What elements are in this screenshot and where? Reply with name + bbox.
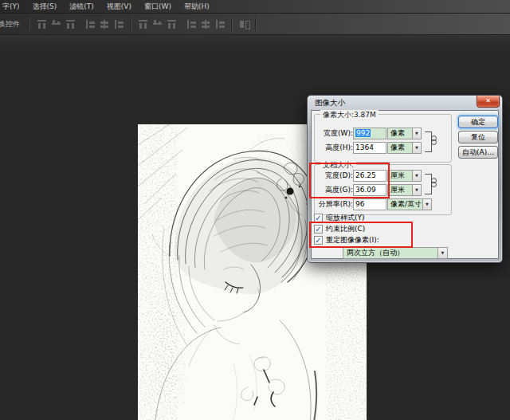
link-icon [431,135,437,146]
chevron-down-icon[interactable]: ▼ [437,247,448,259]
distribute-hcenter-icon[interactable] [200,19,212,29]
ok-button[interactable]: 确定 [458,116,498,128]
distribute-bottom-icon[interactable] [166,19,178,29]
toolbar-divider [255,18,257,31]
dialog-title: 图像大小 [315,98,345,108]
distribute-left-icon[interactable] [186,19,198,29]
menu-select[interactable]: 选择(S) [26,0,64,13]
pixel-height-label: 高度(H): [316,142,353,154]
constrain-proportions-label: 约束比例(C) [326,224,365,234]
pixel-height-input[interactable]: 1364 [353,142,386,154]
link-icon [431,178,437,188]
selected-text: 992 [355,129,371,137]
distribute-vcenter-icon[interactable] [151,19,163,29]
menu-type[interactable]: 字(Y) [0,0,26,13]
resample-method-value: 两次立方（自动） [343,247,438,259]
checkbox-check-icon: ✓ [314,236,323,245]
toolbar-divider [231,18,233,31]
menu-filter[interactable]: 滤镜(T) [63,0,100,13]
constrain-proportions-checkbox[interactable]: ✓ 约束比例(C) [314,224,365,234]
chevron-down-icon[interactable]: ▼ [412,128,422,139]
pixel-width-input[interactable]: 992 [353,128,386,139]
close-icon[interactable]: ✕ [477,96,500,108]
scale-styles-checkbox[interactable]: ✓ 缩放样式(Y) [314,213,365,222]
resolution-input[interactable]: 96 [353,198,386,210]
resolution-row: 分辨率(R): 96 像素/英寸 ▼ [312,198,455,210]
scale-styles-label: 缩放样式(Y) [326,213,365,223]
image-size-dialog: 图像大小 ✕ 像素大小:3.87M 宽度(W): 992 像素 ▼ 高度(H):… [307,95,503,263]
show-transform-controls-label: 变换控件 [0,19,25,29]
align-top-icon[interactable] [36,19,48,29]
chevron-down-icon[interactable]: ▼ [422,198,432,210]
menu-window[interactable]: 窗口(W) [138,0,178,13]
resample-image-checkbox[interactable]: ✓ 重定图像像素(I): [314,235,379,245]
chevron-down-icon[interactable]: ▼ [412,170,422,182]
doc-width-input[interactable]: 26.25 [353,170,386,182]
dialog-body: 像素大小:3.87M 宽度(W): 992 像素 ▼ 高度(H): 1364 像… [311,110,499,259]
chevron-down-icon[interactable]: ▼ [412,142,422,154]
menu-help[interactable]: 帮助(H) [178,0,216,13]
chevron-down-icon[interactable]: ▼ [412,184,422,196]
auto-button[interactable]: 自动(A)... [458,146,498,159]
options-bar: 变换控件 [0,14,510,35]
doc-width-label: 宽度(D): [316,170,353,182]
menu-bar: 字(Y) 选择(S) 滤镜(T) 视图(V) 窗口(W) 帮助(H) [0,0,510,14]
align-right-icon[interactable] [113,19,125,29]
checkbox-check-icon: ✓ [314,225,323,234]
pixel-width-label: 宽度(W): [316,128,353,139]
reset-button[interactable]: 复位 [458,131,498,143]
toolbar-divider [29,18,30,31]
align-bottom-icon[interactable] [65,19,76,29]
distribute-top-icon[interactable] [137,19,149,29]
doc-height-label: 高度(G): [316,184,353,196]
menu-view[interactable]: 视图(V) [100,0,138,13]
distribute-right-icon[interactable] [214,19,226,29]
auto-align-layers-icon[interactable] [238,19,250,29]
resample-image-label: 重定图像像素(I): [326,235,379,245]
pixel-size-group-title: 像素大小:3.87M [320,110,379,120]
resolution-label: 分辨率(R): [316,198,353,210]
toolbar-divider [130,18,131,31]
resolution-unit-select[interactable]: 像素/英寸 [387,198,426,210]
align-left-icon[interactable] [84,19,96,29]
photoshop-window: { "menu": { "items": [ {"label": "字(Y)"}… [0,0,510,420]
doc-height-input[interactable]: 36.09 [353,184,386,196]
align-hcenter-icon[interactable] [99,19,111,29]
align-vcenter-icon[interactable] [50,19,62,29]
checkbox-check-icon: ✓ [314,214,323,222]
